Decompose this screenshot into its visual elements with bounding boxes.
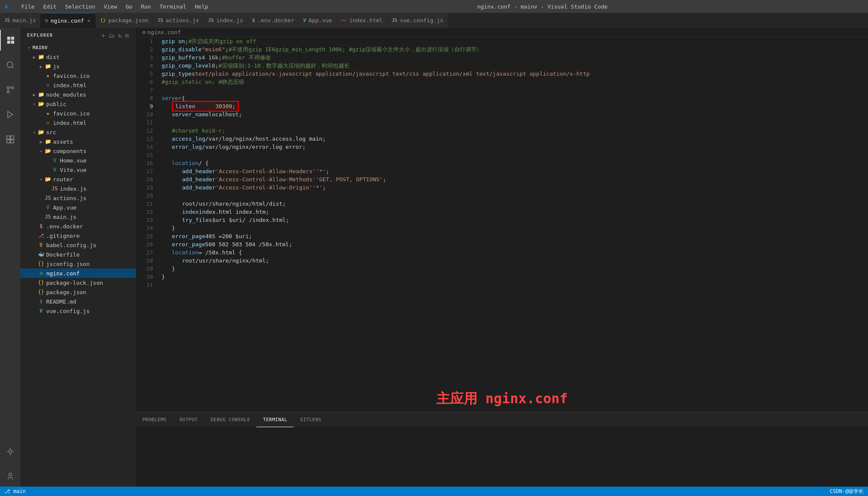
vscode-icon: ✗ [4,3,9,11]
folder-icon-router: 📂 [44,176,51,182]
menu-selection[interactable]: Selection [61,0,99,13]
code-line-9: listen 30309; [162,102,868,110]
tree-item-index-dist[interactable]: ◇ index.html [21,80,136,90]
file-tree: ▾ MAINV ▶ 📁 dist ▶ 📁 js ★ favicon.ico [21,43,136,316]
tree-item-home-vue[interactable]: V Home.vue [21,156,136,165]
editor-content: 1 2 3 4 5 6 7 8 9 10 11 12 13 14 15 16 1 [136,37,868,386]
ln-11: 11 [136,118,153,127]
tab-icon-main-js: JS [4,18,10,23]
ln-8: 8 [136,94,153,102]
tab-app-vue[interactable]: V App.vue [299,13,336,28]
svg-rect-13 [11,140,14,143]
activity-source-control[interactable] [0,80,21,100]
tree-item-node-modules[interactable]: ▶ 📁 node_modules [21,90,136,99]
tree-item-package-json[interactable]: {} package.json [21,287,136,297]
new-folder-btn[interactable]: 🗂 [108,31,115,40]
code-line-6: #gzip_static on; #静态压缩 [162,78,868,86]
code-line-27: location = /50x.html { [162,248,868,257]
code-line-20 [162,192,868,200]
activity-extensions[interactable] [0,129,21,150]
svg-marker-9 [8,112,13,118]
code-line-18: add_header 'Access-Control-Allow-Methods… [162,175,868,183]
folder-icon-assets: 📁 [44,139,51,145]
tab-actions-js[interactable]: JS actions.js [153,13,204,28]
new-file-btn[interactable]: + [101,31,106,40]
code-line-23: try_files $uri $uri/ /index.html; [162,216,868,224]
activity-explorer[interactable] [0,30,21,50]
folder-icon-public: 📂 [38,101,44,107]
tab-package-json[interactable]: {} package.json [96,13,153,28]
tree-item-public[interactable]: ▾ 📂 public [21,99,136,109]
root-label: MAINV [32,45,48,50]
tree-root-mainv[interactable]: ▾ MAINV [21,43,136,52]
tab-icon-index-js: JS [208,18,214,23]
panel-tab-output[interactable]: OUTPUT [173,412,204,427]
tab-vue-config[interactable]: JS vue.config.js [387,13,448,28]
tree-item-js-dist[interactable]: ▶ 📁 js [21,62,136,71]
json-icon-jsconfig: {} [38,261,44,267]
tree-item-favicon-dist[interactable]: ★ favicon.ico [21,71,136,80]
tree-item-nginx-conf[interactable]: ⚙ nginx.conf [21,269,136,278]
tree-item-vue-config-js[interactable]: V vue.config.js [21,306,136,316]
collapse-all-btn[interactable]: ⊟ [124,31,129,40]
panel-tab-debug-console[interactable]: DEBUG CONSOLE [204,412,257,427]
tree-item-babel-config[interactable]: B babel.config.js [21,240,136,250]
tree-item-gitignore[interactable]: ⎇ .gitignore [21,231,136,240]
tab-icon-nginx-conf: ⚙ [45,18,48,24]
tree-item-env-docker[interactable]: $ .env.docker [21,221,136,231]
menu-terminal[interactable]: Terminal [155,0,191,13]
tab-close-nginx[interactable]: ✕ [87,18,91,24]
tree-item-router-index[interactable]: JS index.js [21,184,136,193]
tree-item-main-js[interactable]: JS main.js [21,212,136,221]
tree-item-index-public[interactable]: ◇ index.html [21,118,136,127]
tree-item-dist[interactable]: ▶ 📁 dist [21,52,136,62]
status-branch: ⎇ main [4,488,26,494]
code-line-26: error_page 500 502 503 504 /50x.html; [162,240,868,248]
tree-item-router[interactable]: ▾ 📂 router [21,174,136,184]
tree-item-package-lock-json[interactable]: {} package-lock.json [21,278,136,287]
json-icon-package-lock: {} [38,280,44,286]
svg-point-7 [7,91,9,93]
menu-view[interactable]: View [100,0,121,13]
menu-file[interactable]: File [17,0,39,13]
ln-31: 31 [136,281,153,289]
tab-icon-package-json: {} [100,18,106,23]
tab-main-js[interactable]: JS main.js [0,13,41,28]
panel-content [136,427,868,487]
tree-item-jsconfig-json[interactable]: {} jsconfig.json [21,259,136,269]
tab-index-js[interactable]: JS index.js [204,13,248,28]
tab-nginx-conf[interactable]: ⚙ nginx.conf ✕ [41,13,96,28]
tree-item-actions-js[interactable]: JS actions.js [21,193,136,203]
svg-point-8 [12,87,14,89]
panel-tab-terminal[interactable]: TERMINAL [256,412,294,427]
tree-item-assets[interactable]: ▶ 📁 assets [21,137,136,146]
vue-icon-home: V [51,157,58,163]
tree-item-src[interactable]: ▾ 📂 src [21,127,136,137]
panel-tab-problems[interactable]: PROBLEMS [136,412,173,427]
tree-item-dockerfile[interactable]: 🐳 Dockerfile [21,250,136,259]
activity-debug[interactable] [0,104,21,125]
code-editor[interactable]: gzip on; #开启或关闭gzip on off gzip_disable … [157,37,868,386]
menu-go[interactable]: Go [121,0,137,13]
tree-item-components[interactable]: ▾ 📂 components [21,146,136,156]
tab-index-html[interactable]: <> index.html [337,13,388,28]
menu-run[interactable]: Run [137,0,155,13]
activity-search[interactable] [0,55,21,75]
tree-item-vite-vue[interactable]: V Vite.vue [21,165,136,174]
folder-icon-node-modules: 📁 [38,92,44,97]
sidebar-title: EXPLORER [27,32,53,38]
menu-edit[interactable]: Edit [39,0,61,13]
sidebar: EXPLORER + 🗂 ↻ ⊟ ▾ MAINV ▶ 📁 dist ▶ [21,28,136,487]
tree-item-readme[interactable]: ℹ README.md [21,297,136,306]
refresh-btn[interactable]: ↻ [117,31,122,40]
panel-tab-gitlens[interactable]: GITLENS [294,412,328,427]
ln-1: 1 [136,37,153,45]
tree-item-app-vue[interactable]: V App.vue [21,203,136,212]
activity-remote[interactable] [0,441,21,462]
menu-help[interactable]: Help [191,0,212,13]
tab-env-docker[interactable]: $ .env.docker [248,13,299,28]
tab-icon-actions-js: JS [157,18,163,23]
tree-item-favicon-public[interactable]: ★ favicon.ico [21,109,136,118]
chevron-components: ▾ [38,149,44,154]
activity-account[interactable] [0,466,21,487]
